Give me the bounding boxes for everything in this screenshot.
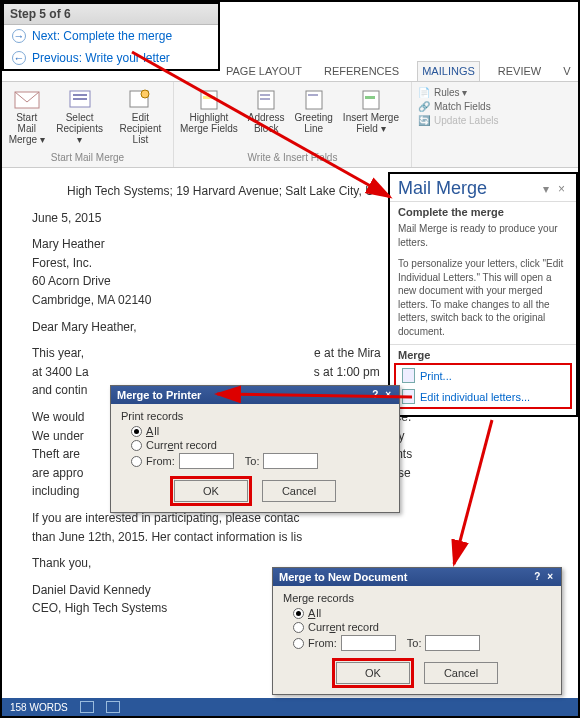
status-bar: 158 WORDS — [2, 698, 578, 716]
update-icon: 🔄 — [418, 115, 430, 126]
ribbon-group-start: Start Mail Merge — [8, 152, 167, 165]
dlg1-cancel-button[interactable]: Cancel — [262, 480, 336, 502]
mm-body-ready: Mail Merge is ready to produce your lett… — [390, 220, 576, 255]
greeting-line-button[interactable]: Greeting Line — [295, 84, 333, 134]
wizard-next-label: Next: Complete the merge — [32, 29, 172, 43]
mm-subheading-complete: Complete the merge — [390, 201, 576, 220]
doc-p3l2: than June 12th, 2015. Her contact inform… — [32, 528, 548, 547]
wizard-step-panel: Step 5 of 6 → Next: Complete the merge ←… — [2, 2, 220, 71]
svg-rect-2 — [73, 94, 87, 96]
edit-doc-icon — [402, 389, 415, 404]
address-block-button[interactable]: Address Block — [248, 84, 285, 134]
tab-mailings[interactable]: MAILINGS — [417, 61, 480, 81]
radio-icon — [293, 608, 304, 619]
rules-button[interactable]: 📄Rules ▾ — [418, 86, 499, 99]
svg-rect-9 — [260, 94, 270, 96]
dlg2-radio-all[interactable]: All — [283, 606, 551, 620]
pane-close-icon[interactable]: ▾ × — [543, 182, 568, 196]
track-changes-icon[interactable] — [106, 701, 120, 713]
dlg1-ok-button[interactable]: OK — [174, 480, 248, 502]
svg-rect-6 — [201, 91, 217, 109]
wizard-next-link[interactable]: → Next: Complete the merge — [4, 25, 218, 47]
match-fields-button[interactable]: 🔗Match Fields — [418, 100, 499, 113]
wizard-step-header: Step 5 of 6 — [4, 4, 218, 25]
start-mail-merge-button[interactable]: Start Mail Merge ▾ — [8, 84, 45, 145]
dlg2-cancel-button[interactable]: Cancel — [424, 662, 498, 684]
radio-icon — [131, 456, 142, 467]
dlg1-radio-current[interactable]: Current record — [121, 438, 389, 452]
svg-point-5 — [141, 90, 149, 98]
dlg2-ok-button[interactable]: OK — [336, 662, 410, 684]
insert-merge-field-button[interactable]: Insert Merge Field ▾ — [343, 84, 399, 134]
edit-list-icon — [126, 86, 154, 112]
ribbon: Start Mail Merge ▾ Select Recipients ▾ E… — [2, 82, 578, 168]
svg-rect-3 — [73, 98, 87, 100]
dlg1-to-input[interactable] — [263, 453, 318, 469]
recipients-icon — [66, 86, 94, 112]
greeting-icon — [300, 86, 328, 112]
radio-icon — [293, 622, 304, 633]
svg-rect-10 — [260, 98, 270, 100]
dlg1-from-input[interactable] — [179, 453, 234, 469]
radio-icon — [293, 638, 304, 649]
dlg2-to-input[interactable] — [425, 635, 480, 651]
mm-print-link[interactable]: Print... — [396, 365, 570, 386]
svg-rect-14 — [365, 96, 375, 99]
mail-merge-title: Mail Merge ▾ × — [390, 174, 576, 201]
mm-body-personalize: To personalize your letters, click "Edit… — [390, 255, 576, 344]
dlg1-titlebar: Merge to Printer ? × — [111, 386, 399, 404]
update-labels-button: 🔄Update Labels — [418, 114, 499, 127]
arrow-right-icon: → — [12, 29, 26, 43]
dlg2-radio-from[interactable]: From: To: — [283, 634, 551, 652]
match-icon: 🔗 — [418, 101, 430, 112]
highlight-merge-fields-button[interactable]: Highlight Merge Fields — [180, 84, 238, 134]
highlight-icon — [195, 86, 223, 112]
dlg1-section: Print records — [121, 410, 389, 422]
wizard-prev-label: Previous: Write your letter — [32, 51, 170, 65]
select-recipients-button[interactable]: Select Recipients ▾ — [55, 84, 103, 145]
ribbon-right-options: 📄Rules ▾ 🔗Match Fields 🔄Update Labels — [412, 82, 505, 167]
mm-subheading-merge: Merge — [390, 344, 576, 363]
mm-merge-links-box: Print... Edit individual letters... — [394, 363, 572, 409]
tab-references[interactable]: REFERENCES — [320, 62, 403, 81]
dlg2-controls[interactable]: ? × — [534, 571, 555, 583]
dlg2-section: Merge records — [283, 592, 551, 604]
mm-edit-letters-link[interactable]: Edit individual letters... — [396, 386, 570, 407]
tab-review[interactable]: REVIEW — [494, 62, 545, 81]
dlg1-radio-all[interactable]: All — [121, 424, 389, 438]
dlg1-controls[interactable]: ? × — [372, 389, 393, 401]
tab-page-layout[interactable]: PAGE LAYOUT — [222, 62, 306, 81]
dlg1-radio-from[interactable]: From: To: — [121, 452, 389, 470]
insert-field-icon — [357, 86, 385, 112]
dlg2-from-input[interactable] — [341, 635, 396, 651]
word-count[interactable]: 158 WORDS — [10, 702, 68, 713]
mail-merge-pane: Mail Merge ▾ × Complete the merge Mail M… — [388, 172, 578, 417]
rules-icon: 📄 — [418, 87, 430, 98]
svg-rect-12 — [308, 94, 318, 96]
wizard-prev-link[interactable]: ← Previous: Write your letter — [4, 47, 218, 69]
svg-rect-11 — [306, 91, 322, 109]
radio-icon — [131, 440, 142, 451]
dlg2-titlebar: Merge to New Document ? × — [273, 568, 561, 586]
address-icon — [252, 86, 280, 112]
radio-icon — [131, 426, 142, 437]
ribbon-group-write: Write & Insert Fields — [180, 152, 405, 165]
merge-to-printer-dialog: Merge to Printer ? × Print records All C… — [110, 385, 400, 513]
arrow-left-icon: ← — [12, 51, 26, 65]
edit-recipient-list-button[interactable]: Edit Recipient List — [114, 84, 167, 145]
print-doc-icon — [402, 368, 415, 383]
dlg2-radio-current[interactable]: Current record — [283, 620, 551, 634]
tab-view[interactable]: V — [559, 62, 574, 81]
envelope-icon — [13, 86, 41, 112]
proofing-icon[interactable] — [80, 701, 94, 713]
svg-rect-13 — [363, 91, 379, 109]
merge-to-new-document-dialog: Merge to New Document ? × Merge records … — [272, 567, 562, 695]
svg-rect-7 — [203, 96, 215, 99]
